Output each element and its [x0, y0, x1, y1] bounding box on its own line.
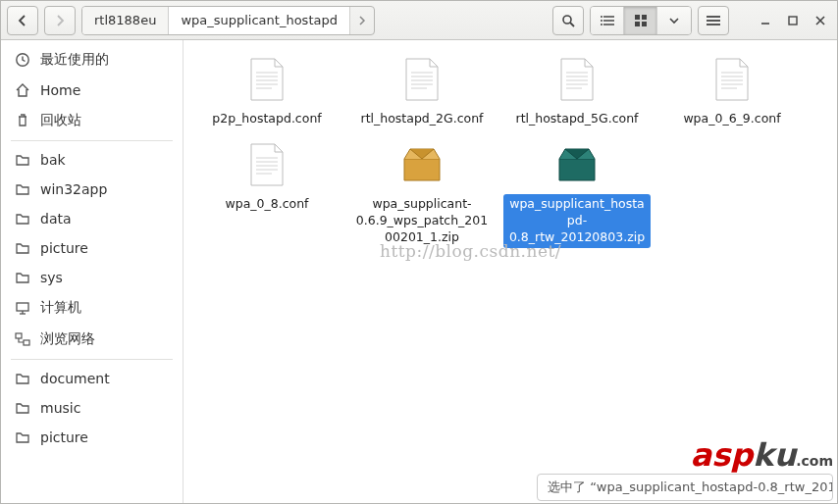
file-item[interactable]: wpa_supplicant_hostapd-0.8_rtw_20120803.… — [503, 141, 651, 248]
file-icon — [708, 56, 756, 103]
folder-icon — [15, 211, 30, 227]
icon-view-button[interactable] — [624, 7, 657, 34]
file-icon — [553, 141, 601, 188]
network-icon — [15, 331, 30, 347]
folder-icon — [15, 152, 30, 168]
sidebar-item-label: music — [40, 400, 80, 416]
sidebar-item[interactable]: 最近使用的 — [1, 44, 183, 76]
sidebar-item[interactable]: Home — [1, 76, 183, 105]
sidebar-item-label: 回收站 — [40, 112, 81, 129]
folder-icon — [15, 371, 30, 386]
svg-rect-9 — [642, 15, 647, 20]
sidebar-item[interactable]: 浏览网络 — [1, 324, 183, 355]
svg-rect-24 — [24, 340, 29, 345]
back-button[interactable] — [7, 6, 38, 35]
status-bar: 选中了 “wpa_supplicant_hostapd-0.8_rtw_2012… — [537, 474, 833, 501]
content-area: p2p_hostapd.confrtl_hostapd_2G.confrtl_h… — [183, 40, 837, 503]
folder-icon — [15, 270, 30, 285]
file-icon — [553, 56, 601, 103]
status-text: 选中了 “wpa_supplicant_hostapd-0.8_rtw_2012… — [548, 479, 833, 496]
sidebar-item-label: Home — [40, 82, 80, 98]
breadcrumb-segment[interactable]: wpa_supplicant_hostapd — [169, 7, 350, 34]
breadcrumb: rtl8188eu wpa_supplicant_hostapd — [81, 6, 375, 35]
folder-icon — [15, 429, 30, 445]
sidebar-item[interactable]: data — [1, 204, 183, 233]
sidebar-item[interactable]: music — [1, 393, 183, 423]
view-options-button[interactable] — [657, 7, 691, 34]
sidebar-item-label: bak — [40, 152, 66, 168]
watermark-text: http://blog.csdn.net/ — [380, 241, 561, 261]
trash-icon — [15, 113, 30, 128]
body: 最近使用的Home回收站 bakwin32appdatapicturesys计算… — [1, 40, 837, 503]
list-view-button[interactable] — [591, 7, 624, 34]
file-item[interactable]: wpa_supplicant-0.6.9_wps_patch_20100201_… — [348, 141, 496, 248]
sidebar: 最近使用的Home回收站 bakwin32appdatapicturesys计算… — [1, 40, 183, 503]
file-label: rtl_hostapd_5G.conf — [512, 109, 643, 129]
svg-rect-16 — [789, 17, 797, 25]
hamburger-menu-button[interactable] — [698, 6, 729, 35]
file-label: wpa_supplicant-0.6.9_wps_patch_20100201_… — [348, 194, 496, 248]
file-item[interactable]: rtl_hostapd_2G.conf — [348, 56, 496, 129]
svg-point-5 — [601, 16, 602, 18]
svg-line-1 — [570, 23, 574, 26]
file-manager-window: rtl8188eu wpa_supplicant_hostapd — [0, 0, 838, 504]
file-item[interactable]: rtl_hostapd_5G.conf — [503, 56, 651, 129]
sidebar-item-label: picture — [40, 429, 88, 445]
breadcrumb-segment[interactable]: rtl8188eu — [82, 7, 169, 34]
sidebar-item-label: document — [40, 371, 110, 386]
clock-icon — [15, 52, 30, 68]
sidebar-item[interactable]: win32app — [1, 175, 183, 204]
sidebar-item[interactable]: picture — [1, 233, 183, 263]
file-item[interactable]: p2p_hostapd.conf — [193, 56, 340, 129]
svg-point-7 — [601, 24, 602, 25]
sidebar-item[interactable]: sys — [1, 263, 183, 292]
svg-rect-23 — [16, 333, 22, 338]
minimize-button[interactable] — [755, 6, 776, 35]
sidebar-item[interactable]: 计算机 — [1, 292, 183, 324]
svg-rect-10 — [635, 22, 640, 26]
toolbar: rtl8188eu wpa_supplicant_hostapd — [1, 1, 837, 40]
svg-rect-20 — [17, 303, 28, 311]
home-icon — [15, 82, 30, 98]
file-icon — [243, 56, 290, 103]
file-label: wpa_0_6_9.conf — [679, 109, 784, 129]
svg-rect-11 — [642, 22, 647, 26]
folder-icon — [15, 240, 30, 256]
file-icon — [243, 141, 290, 188]
sidebar-item-label: 浏览网络 — [40, 330, 95, 348]
svg-point-0 — [563, 16, 571, 24]
search-button[interactable] — [552, 6, 584, 35]
view-switcher — [590, 6, 692, 35]
file-icon — [398, 141, 445, 188]
forward-button[interactable] — [44, 6, 76, 35]
sidebar-item-label: picture — [40, 240, 88, 256]
file-item[interactable]: wpa_0_8.conf — [193, 141, 340, 248]
brand-watermark: aspku.com — [691, 436, 833, 474]
folder-icon — [15, 181, 30, 197]
sidebar-item[interactable]: 回收站 — [1, 105, 183, 136]
sidebar-item[interactable]: bak — [1, 145, 183, 175]
breadcrumb-more-button[interactable] — [350, 7, 374, 34]
file-icon — [398, 56, 445, 103]
sidebar-item-label: sys — [40, 270, 63, 285]
sidebar-item-label: data — [40, 211, 72, 227]
svg-point-6 — [601, 20, 602, 22]
maximize-button[interactable] — [782, 6, 804, 35]
sidebar-item[interactable]: document — [1, 364, 183, 393]
file-label: wpa_0_8.conf — [221, 194, 312, 215]
svg-rect-8 — [635, 15, 640, 20]
sidebar-item[interactable]: picture — [1, 423, 183, 452]
file-label: rtl_hostapd_2G.conf — [357, 109, 488, 129]
close-button[interactable] — [810, 6, 831, 35]
sidebar-item-label: win32app — [40, 181, 107, 197]
file-label: p2p_hostapd.conf — [208, 109, 325, 129]
computer-icon — [15, 300, 30, 316]
file-label: wpa_supplicant_hostapd-0.8_rtw_20120803.… — [503, 194, 651, 248]
icon-view[interactable]: p2p_hostapd.confrtl_hostapd_2G.confrtl_h… — [183, 40, 837, 264]
file-item[interactable]: wpa_0_6_9.conf — [658, 56, 806, 129]
sidebar-item-label: 最近使用的 — [40, 51, 109, 69]
sidebar-item-label: 计算机 — [40, 299, 81, 317]
folder-icon — [15, 400, 30, 416]
